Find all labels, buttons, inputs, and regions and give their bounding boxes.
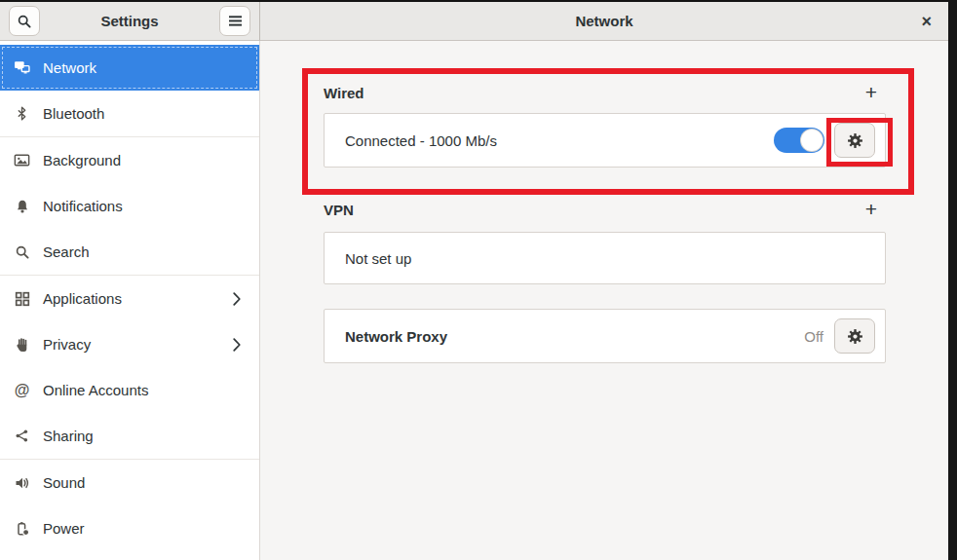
search-icon xyxy=(14,243,30,260)
wired-settings-button[interactable] xyxy=(834,123,875,158)
vpn-section-header: VPN + xyxy=(324,199,886,220)
toggle-knob xyxy=(800,129,823,152)
bell-icon xyxy=(14,198,30,214)
add-wired-connection-button[interactable]: + xyxy=(862,83,880,102)
sidebar-item-bluetooth[interactable]: Bluetooth xyxy=(0,91,259,136)
at-icon: @ xyxy=(14,382,30,398)
screen-background-strip xyxy=(948,0,957,560)
wired-status-text: Connected - 1000 Mb/s xyxy=(345,132,774,149)
sidebar-item-sound[interactable]: Sound xyxy=(0,460,259,505)
sidebar-item-label: Sharing xyxy=(43,428,94,444)
sidebar-item-label: Sound xyxy=(43,474,85,491)
menu-button[interactable] xyxy=(219,6,250,36)
sidebar-item-applications[interactable]: Applications xyxy=(0,276,259,321)
applications-grid-icon xyxy=(14,290,30,307)
bluetooth-icon xyxy=(14,105,30,122)
network-proxy-row: Network Proxy Off xyxy=(324,309,886,363)
gear-icon xyxy=(847,132,863,149)
sidebar-item-label: Applications xyxy=(43,290,122,307)
sidebar-item-privacy[interactable]: Privacy xyxy=(0,321,259,367)
headerbar-left: Settings xyxy=(0,2,260,41)
close-icon[interactable]: × xyxy=(921,13,932,30)
settings-title: Settings xyxy=(100,13,158,29)
proxy-status-badge: Off xyxy=(804,328,823,345)
wired-section-header: Wired + xyxy=(324,82,886,103)
sidebar-item-label: Search xyxy=(43,243,90,260)
sidebar-item-label: Power xyxy=(43,520,85,537)
sidebar-item-sharing[interactable]: Sharing xyxy=(0,413,259,459)
sidebar-item-label: Online Accounts xyxy=(43,382,148,398)
sidebar-item-search[interactable]: Search xyxy=(0,229,259,275)
chevron-right-icon xyxy=(233,292,241,306)
sidebar-item-background[interactable]: Background xyxy=(0,137,259,183)
page-title: Network xyxy=(575,13,632,29)
sidebar-item-label: Notifications xyxy=(43,198,123,214)
sidebar-item-label: Bluetooth xyxy=(43,105,104,122)
sidebar-item-label: Background xyxy=(43,152,121,168)
vpn-row: Not set up xyxy=(324,232,886,284)
battery-icon xyxy=(14,520,30,537)
sidebar-item-network[interactable]: Network xyxy=(0,45,259,91)
window-top-edge xyxy=(0,0,957,2)
search-icon xyxy=(17,14,32,29)
menu-icon xyxy=(228,15,243,27)
sidebar: Network Bluetooth Background Notificatio… xyxy=(0,41,260,560)
proxy-settings-button[interactable] xyxy=(834,318,875,354)
sidebar-item-notifications[interactable]: Notifications xyxy=(0,183,259,229)
chevron-right-icon xyxy=(233,338,241,352)
hand-icon xyxy=(14,336,30,353)
sidebar-item-online-accounts[interactable]: @ Online Accounts xyxy=(0,367,259,413)
add-vpn-button[interactable]: + xyxy=(862,200,880,219)
network-panel: Wired + Connected - 1000 Mb/s VPN + Not … xyxy=(261,41,948,560)
sidebar-item-label: Network xyxy=(43,59,96,76)
headerbar-right: Network × xyxy=(260,2,948,41)
headerbar: Settings Network × xyxy=(0,2,948,41)
wired-toggle-switch[interactable] xyxy=(774,128,824,153)
search-button[interactable] xyxy=(9,6,40,36)
vpn-status-text: Not set up xyxy=(345,250,875,267)
wired-section-title: Wired xyxy=(324,85,364,101)
wired-connection-row: Connected - 1000 Mb/s xyxy=(324,113,886,168)
sidebar-item-label: Privacy xyxy=(43,336,91,353)
network-proxy-title: Network Proxy xyxy=(345,328,804,345)
gear-icon xyxy=(847,328,863,345)
speaker-icon xyxy=(14,474,30,491)
vpn-section-title: VPN xyxy=(324,202,354,218)
background-icon xyxy=(14,152,30,168)
share-icon xyxy=(14,428,30,444)
sidebar-item-power[interactable]: Power xyxy=(0,505,259,551)
network-icon xyxy=(14,59,30,76)
